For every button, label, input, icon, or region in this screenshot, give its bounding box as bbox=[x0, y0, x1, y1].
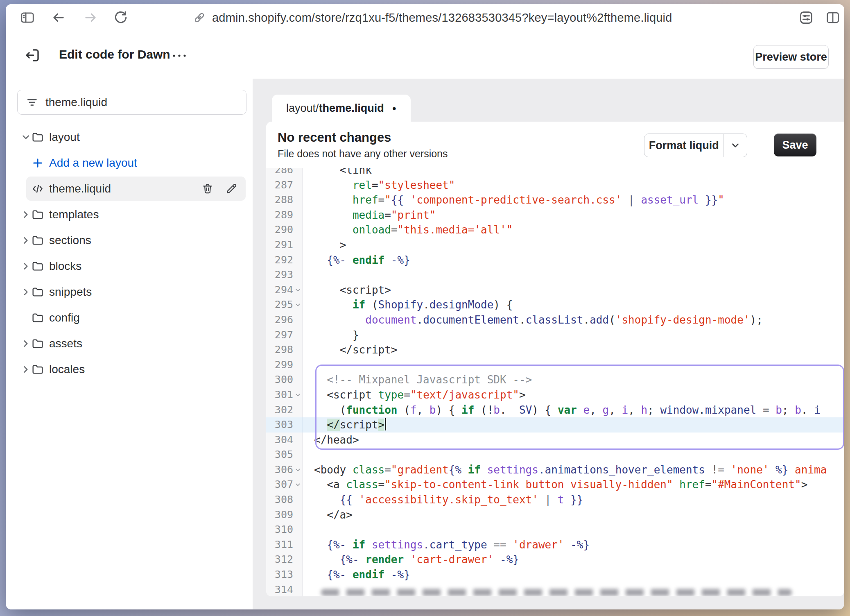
code-line-text[interactable]: <!-- Mixpanel Javascript SDK --> bbox=[303, 372, 532, 387]
chevron-right-icon[interactable] bbox=[20, 364, 31, 375]
address-bar[interactable]: admin.shopify.com/store/rzq1xu-f5/themes… bbox=[192, 4, 672, 31]
preview-store-button[interactable]: Preview store bbox=[753, 45, 829, 69]
chevron-right-icon[interactable] bbox=[20, 209, 31, 220]
code-line[interactable]: 313{%- endif -%} bbox=[266, 567, 844, 582]
code-line-text[interactable]: </script> bbox=[303, 342, 398, 358]
code-line[interactable]: 293 bbox=[266, 267, 844, 283]
sidebar-item-sections[interactable]: sections bbox=[6, 227, 253, 253]
tree-item-label: blocks bbox=[49, 260, 81, 273]
chevron-down-icon[interactable] bbox=[20, 132, 31, 143]
code-line[interactable]: 310 bbox=[266, 522, 844, 537]
search-input[interactable] bbox=[45, 95, 246, 109]
code-line-text[interactable]: </a> bbox=[303, 507, 353, 523]
chevron-right-icon[interactable] bbox=[20, 261, 31, 272]
tab-layout-theme-liquid[interactable]: layout/theme.liquid ● bbox=[272, 95, 411, 122]
fold-toggle-icon[interactable] bbox=[293, 297, 302, 313]
code-line-text[interactable]: if (Shopify.designMode) { bbox=[303, 297, 513, 313]
chevron-right-icon[interactable] bbox=[20, 235, 31, 246]
fold-toggle-icon[interactable] bbox=[293, 387, 302, 403]
code-line-text[interactable]: href="{{ 'component-predictive-search.cs… bbox=[303, 192, 724, 208]
add-new-layout-button[interactable]: Add a new layout bbox=[6, 150, 253, 176]
file-search-box[interactable] bbox=[17, 90, 246, 115]
tree-item-label: sections bbox=[49, 234, 91, 247]
line-number: 297 bbox=[275, 328, 293, 343]
line-number: 290 bbox=[275, 222, 293, 238]
code-line-text[interactable]: {%- if settings.cart_type == 'drawer' -%… bbox=[303, 537, 590, 553]
forward-icon[interactable] bbox=[83, 10, 98, 25]
code-line-text[interactable]: </script> bbox=[303, 417, 386, 433]
sidebar-item-theme-liquid[interactable]: theme.liquid bbox=[6, 176, 253, 202]
code-line-text[interactable]: } bbox=[303, 328, 359, 343]
code-line[interactable]: 305 bbox=[266, 447, 844, 462]
code-line[interactable]: 299 bbox=[266, 358, 844, 373]
sidebar-item-snippets[interactable]: snippets bbox=[6, 279, 253, 305]
fold-toggle-icon[interactable] bbox=[293, 462, 302, 478]
code-line[interactable]: 300<!-- Mixpanel Javascript SDK --> bbox=[266, 372, 844, 387]
code-line[interactable]: 301<script type="text/javascript"> bbox=[266, 387, 844, 403]
sidebar-item-assets[interactable]: assets bbox=[6, 331, 253, 356]
sidebar-item-config[interactable]: config bbox=[6, 305, 253, 331]
code-line-text[interactable]: onload="this.media='all'" bbox=[303, 222, 513, 238]
code-line-text[interactable]: {%- endif -%} bbox=[303, 253, 410, 268]
sidebar-item-locales[interactable]: locales bbox=[6, 356, 253, 382]
code-line[interactable]: 306<body class="gradient{% if settings.a… bbox=[266, 462, 844, 478]
code-line-text[interactable]: <a class="skip-to-content-link button vi… bbox=[303, 477, 807, 492]
code-line-text[interactable]: media="print" bbox=[303, 208, 436, 223]
code-line-text[interactable]: {{ 'accessibility.skip_to_text' | t }} bbox=[303, 492, 583, 507]
code-line[interactable]: 298</script> bbox=[266, 342, 844, 358]
code-line[interactable]: 308{{ 'accessibility.skip_to_text' | t }… bbox=[266, 492, 844, 507]
sidebar-item-templates[interactable]: templates bbox=[6, 202, 253, 227]
exit-icon[interactable] bbox=[24, 47, 41, 64]
code-line-text[interactable]: rel="stylesheet" bbox=[303, 178, 455, 193]
code-editor[interactable]: 286<link287rel="stylesheet"288href="{{ '… bbox=[266, 168, 844, 596]
save-button[interactable]: Save bbox=[774, 134, 816, 156]
code-line[interactable]: 297} bbox=[266, 328, 844, 343]
code-line[interactable]: 296document.documentElement.classList.ad… bbox=[266, 313, 844, 328]
fold-toggle-icon[interactable] bbox=[293, 283, 302, 298]
code-line-text[interactable]: (function (f, b) { if (!b.__SV) { var e,… bbox=[303, 403, 821, 418]
code-line-text[interactable]: {%- endif -%} bbox=[303, 567, 410, 582]
sidebar-item-layout[interactable]: layout bbox=[6, 124, 253, 150]
sidebar-item-blocks[interactable]: blocks bbox=[6, 253, 253, 279]
extensions-icon[interactable] bbox=[798, 10, 814, 25]
code-line[interactable]: 311{%- if settings.cart_type == 'drawer'… bbox=[266, 537, 844, 553]
fold-toggle-icon[interactable] bbox=[293, 477, 302, 492]
code-line[interactable]: 312{%- render 'cart-drawer' -%} bbox=[266, 552, 844, 567]
code-line-text[interactable]: <body class="gradient{% if settings.anim… bbox=[303, 462, 827, 478]
code-line-text[interactable]: document.documentElement.classList.add('… bbox=[303, 313, 763, 328]
sidebar-toggle-icon[interactable] bbox=[20, 10, 35, 25]
code-line[interactable]: 288href="{{ 'component-predictive-search… bbox=[266, 192, 844, 208]
line-number: 301 bbox=[275, 387, 293, 403]
code-line[interactable]: 292{%- endif -%} bbox=[266, 253, 844, 268]
back-icon[interactable] bbox=[51, 10, 66, 25]
chevron-right-icon[interactable] bbox=[20, 287, 31, 297]
code-line[interactable]: 290onload="this.media='all'" bbox=[266, 222, 844, 238]
code-line[interactable]: 286<link bbox=[266, 168, 844, 178]
format-liquid-button[interactable]: Format liquid bbox=[644, 134, 747, 157]
reload-icon[interactable] bbox=[113, 10, 129, 25]
code-line[interactable]: 294<script> bbox=[266, 283, 844, 298]
code-line[interactable]: 303</script> bbox=[266, 417, 844, 433]
code-line[interactable]: 307<a class="skip-to-content-link button… bbox=[266, 477, 844, 492]
code-line[interactable]: 289media="print" bbox=[266, 208, 844, 223]
code-line-text[interactable]: <link bbox=[303, 168, 372, 178]
line-number-gutter: 295 bbox=[266, 297, 303, 313]
tree-item-label: locales bbox=[49, 363, 85, 376]
trash-icon[interactable] bbox=[201, 182, 214, 195]
chevron-down-icon[interactable] bbox=[724, 134, 747, 157]
code-line-text[interactable]: > bbox=[303, 238, 346, 253]
code-line-text[interactable]: </head> bbox=[303, 433, 359, 448]
code-line-text[interactable]: <script> bbox=[303, 283, 391, 298]
code-line[interactable]: 295if (Shopify.designMode) { bbox=[266, 297, 844, 313]
code-line-text[interactable]: {%- render 'cart-drawer' -%} bbox=[303, 552, 519, 567]
split-view-icon[interactable] bbox=[825, 10, 841, 25]
pencil-icon[interactable] bbox=[225, 182, 238, 195]
code-line[interactable]: 287rel="stylesheet" bbox=[266, 178, 844, 193]
code-line-text[interactable]: <script type="text/javascript"> bbox=[303, 387, 526, 403]
code-line[interactable]: 309</a> bbox=[266, 507, 844, 523]
code-line[interactable]: 304</head> bbox=[266, 433, 844, 448]
kebab-menu-icon[interactable] bbox=[171, 48, 189, 63]
code-line[interactable]: 302(function (f, b) { if (!b.__SV) { var… bbox=[266, 403, 844, 418]
code-line[interactable]: 291> bbox=[266, 238, 844, 253]
chevron-right-icon[interactable] bbox=[20, 338, 31, 349]
